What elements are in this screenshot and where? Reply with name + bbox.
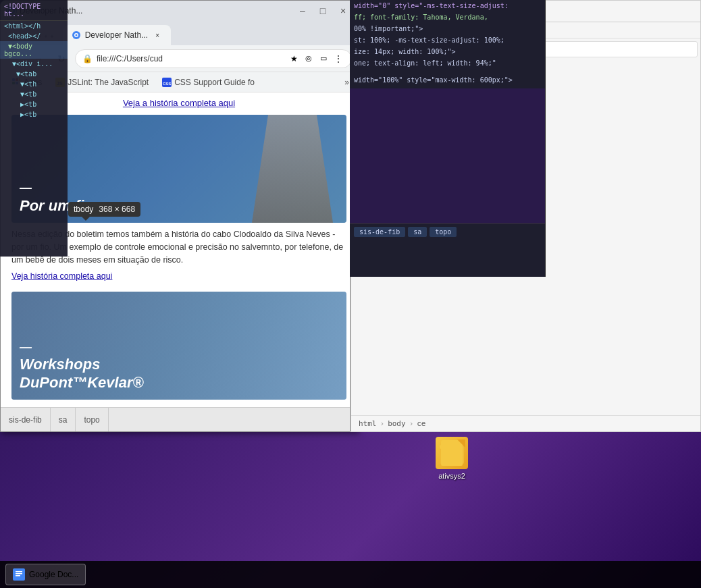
cast-icon[interactable]: ▭ xyxy=(317,53,330,65)
chrome-tab-favicon xyxy=(72,30,81,40)
tooltip-dimensions: 368 × 668 xyxy=(99,205,135,214)
folder-icon xyxy=(436,437,468,469)
article-link-1[interactable]: Veja história completa aqui xyxy=(11,271,346,281)
page-bottom-tabs: sis-de-fib sa topo xyxy=(1,407,357,431)
source-code-panel: <!DOCTYPE ht... <html></h <head></ ▼<bod… xyxy=(0,0,68,257)
devtools-breadcrumb: html › body › ce xyxy=(351,415,700,431)
breadcrumb-html[interactable]: html xyxy=(357,419,379,428)
svg-point-11 xyxy=(75,34,77,36)
maximize-button[interactable]: □ xyxy=(314,5,332,17)
desktop-icon-ativsys2[interactable]: ativsys2 xyxy=(436,437,468,480)
tab-close-button[interactable]: × xyxy=(152,30,163,41)
window-controls: – □ × xyxy=(294,5,352,17)
menu-icon[interactable]: ⋮ xyxy=(332,53,344,65)
tooltip-tag: tbody xyxy=(74,205,93,214)
svg-rect-3 xyxy=(13,568,25,581)
google-docs-icon xyxy=(13,568,25,581)
desktop-icon-label: ativsys2 xyxy=(438,472,465,480)
breadcrumb-ce[interactable]: ce xyxy=(415,419,427,428)
page-tab-fib[interactable]: sis-de-fib xyxy=(1,408,51,432)
svg-rect-5 xyxy=(16,573,22,574)
page-tab-topo[interactable]: topo xyxy=(76,408,108,432)
taskbar-google-docs-label: Google Doc... xyxy=(29,570,78,579)
breadcrumb-body[interactable]: body xyxy=(386,419,408,428)
svg-rect-2 xyxy=(440,445,450,449)
svg-rect-6 xyxy=(16,575,20,577)
active-tab-title: Developer Nath... xyxy=(85,30,148,40)
lens-icon[interactable]: ◎ xyxy=(303,53,315,65)
html-source-panel: width="0" style="-ms-text-size-adjust: f… xyxy=(350,0,546,277)
article-title-2: — Workshops DuPont™Kevlar® xyxy=(20,340,144,392)
bookmark-css-label: CSS Support Guide fo xyxy=(174,78,255,87)
css-guide-icon: CSS xyxy=(162,78,172,87)
lock-icon: 🔒 xyxy=(82,54,93,63)
element-tooltip: tbody 368 × 668 xyxy=(68,202,140,217)
bookmark-star-icon[interactable]: ★ xyxy=(288,53,300,65)
page-tab-sa[interactable]: sa xyxy=(51,408,76,432)
address-bar[interactable]: 🔒 file:///C:/Users/cud ★ ◎ ▭ ⋮ xyxy=(75,49,352,68)
svg-rect-1 xyxy=(440,446,464,464)
taskbar-google-docs[interactable]: Google Doc... xyxy=(5,564,86,585)
bookmark-jslint-label: JSLint: The JavaScript xyxy=(68,78,149,87)
taskbar: Google Doc... xyxy=(0,561,701,588)
address-icons: ★ ◎ ▭ ⋮ xyxy=(288,53,344,65)
address-text: file:///C:/Users/cud xyxy=(97,54,284,63)
article-image-2: — Workshops DuPont™Kevlar® xyxy=(11,292,346,400)
svg-rect-4 xyxy=(16,571,22,572)
bookmark-css-guide[interactable]: CSS CSS Support Guide fo xyxy=(157,76,260,88)
svg-rect-0 xyxy=(440,446,464,464)
minimize-button[interactable]: – xyxy=(294,5,311,17)
active-browser-tab[interactable]: Developer Nath... × xyxy=(63,25,171,45)
svg-text:CSS: CSS xyxy=(163,82,171,86)
